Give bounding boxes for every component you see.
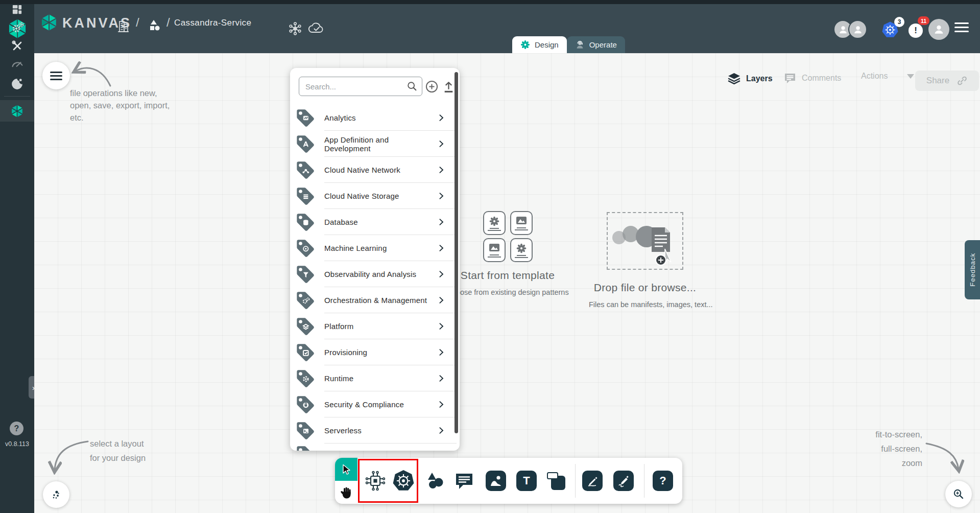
kubernetes-tool[interactable]: [392, 469, 415, 495]
tag-icon: [295, 212, 316, 232]
category-row-runtime[interactable]: Runtime: [290, 365, 460, 391]
chevron-right-icon: [437, 218, 445, 226]
component-shape-tool[interactable]: [364, 470, 387, 494]
gauge-icon: [11, 58, 23, 69]
note-tool[interactable]: [546, 471, 566, 493]
collaborator-avatar[interactable]: [848, 20, 867, 39]
share-button[interactable]: Share: [915, 71, 979, 91]
select-tool-active[interactable]: [335, 458, 357, 481]
user-avatar[interactable]: [928, 19, 949, 40]
panel-scrollbar[interactable]: [455, 72, 458, 433]
tag-icon: [295, 238, 316, 259]
template-title[interactable]: Start from template: [444, 269, 571, 282]
add-component-icon[interactable]: [425, 80, 439, 94]
chevron-right-icon: [437, 139, 445, 148]
tag-icon: [295, 134, 316, 154]
hand-icon: [340, 486, 353, 499]
tab-operate-label: Operate: [589, 40, 617, 49]
shapes-icon: [425, 471, 445, 491]
link-icon: [957, 75, 968, 86]
category-row-cloud-native-storage[interactable]: Cloud Native Storage: [290, 183, 460, 209]
drop-target-illustration[interactable]: [607, 212, 683, 270]
sidebar-item-performance[interactable]: [0, 54, 34, 73]
tag-icon: [295, 394, 316, 415]
tab-design-label: Design: [535, 40, 559, 49]
category-row-orchestration[interactable]: Orchestration & Management: [290, 287, 460, 313]
category-row-serverless[interactable]: Serverless: [290, 417, 460, 444]
annotation-file-operations: file operations like new, open, save, ex…: [70, 87, 170, 124]
drop-title[interactable]: Drop file or browse...: [589, 282, 701, 294]
bottom-toolbar: T ?: [335, 458, 682, 504]
sidebar-item-catalog[interactable]: [0, 75, 34, 93]
pan-tool[interactable]: [335, 481, 357, 504]
freehand-tool[interactable]: [613, 471, 634, 491]
components-panel: Analytics App Definition and Development…: [290, 68, 460, 451]
text-tool[interactable]: T: [516, 471, 537, 491]
upload-icon[interactable]: [442, 80, 455, 94]
chevron-right-icon: [437, 270, 445, 278]
kanvas-app: KANVAS / / Cassandra-Service: [0, 0, 980, 513]
tag-icon: [295, 108, 316, 128]
design-name[interactable]: Cassandra-Service: [174, 18, 251, 28]
comments-toggle[interactable]: Comments: [783, 72, 841, 85]
comments-label: Comments: [802, 74, 841, 83]
category-row-database[interactable]: Database: [290, 209, 460, 235]
pattern-pinwheel-icon: [489, 216, 500, 227]
chevron-right-icon: [437, 374, 445, 383]
design-pinwheel-icon: [520, 40, 530, 50]
layout-select-button[interactable]: [43, 481, 69, 508]
header-menu-icon[interactable]: [954, 22, 969, 35]
layers-toggle[interactable]: Layers: [727, 72, 773, 85]
category-row-security[interactable]: Security & Compliance: [290, 391, 460, 417]
actions-label: Actions: [861, 72, 888, 81]
category-row-platform[interactable]: Platform: [290, 313, 460, 339]
comment-tool[interactable]: [454, 471, 474, 493]
help-button[interactable]: ?: [10, 422, 23, 435]
chevron-right-icon: [437, 426, 445, 435]
text-tool-glyph: T: [523, 474, 530, 487]
sidebar-item-toolbox[interactable]: [0, 37, 34, 55]
sidebar-item-settings[interactable]: [0, 18, 34, 37]
mesh-icon[interactable]: [288, 21, 303, 36]
pen-tool[interactable]: [582, 471, 603, 491]
shapes-tool[interactable]: [425, 471, 445, 493]
tag-icon: [295, 186, 316, 206]
sidebar-item-dashboard[interactable]: [0, 0, 34, 18]
notification-bell-icon[interactable]: !: [909, 24, 923, 38]
sidebar-item-kanvas-active[interactable]: [0, 100, 34, 122]
category-row-cloud-native-network[interactable]: Cloud Native Network: [290, 157, 460, 183]
cloud-sync-icon[interactable]: [307, 21, 325, 35]
category-row-analytics[interactable]: Analytics: [290, 105, 460, 131]
annotation-select-layout: select a layout for your design: [90, 436, 146, 465]
category-row-app-definition[interactable]: App Definition and Development: [290, 131, 460, 157]
component-search[interactable]: [299, 77, 422, 96]
category-row-observability[interactable]: Observability and Analysis: [290, 261, 460, 287]
search-input[interactable]: [305, 82, 407, 91]
category-row-machine-learning[interactable]: Machine Learning: [290, 235, 460, 261]
help-tool[interactable]: ?: [653, 471, 673, 491]
zoom-controls-button[interactable]: [945, 481, 972, 507]
chevron-right-icon: [437, 166, 445, 174]
image-tool[interactable]: [486, 471, 506, 491]
template-subtitle: Choose from existing design patterns: [444, 288, 571, 296]
feedback-tab[interactable]: Feedback: [965, 240, 980, 299]
comment-icon: [783, 72, 797, 85]
organization-icon[interactable]: [116, 19, 130, 33]
annotation-zoom-controls: fit-to-screen, full-screen, zoom: [843, 427, 922, 470]
tag-icon: [295, 264, 316, 285]
drop-file-icon: [608, 213, 682, 269]
sidebar-divider: [4, 96, 30, 97]
canvas-menu-button[interactable]: [42, 62, 70, 89]
image-icon: [515, 216, 528, 226]
designs-icon[interactable]: [147, 19, 161, 32]
start-from-template-zone[interactable]: Start from template Choose from existing…: [444, 211, 571, 296]
kanvas-hexagon-icon: [10, 104, 24, 118]
drop-file-zone[interactable]: Drop file or browse... Files can be mani…: [589, 211, 701, 309]
category-row-provisioning[interactable]: Provisioning: [290, 339, 460, 365]
tab-design[interactable]: Design: [512, 36, 567, 53]
actions-dropdown[interactable]: Actions: [861, 72, 914, 81]
catalog-cookie-icon: [11, 78, 23, 90]
help-glyph: ?: [659, 474, 666, 487]
chip-icon: [364, 470, 387, 492]
tab-operate[interactable]: Operate: [567, 36, 625, 53]
